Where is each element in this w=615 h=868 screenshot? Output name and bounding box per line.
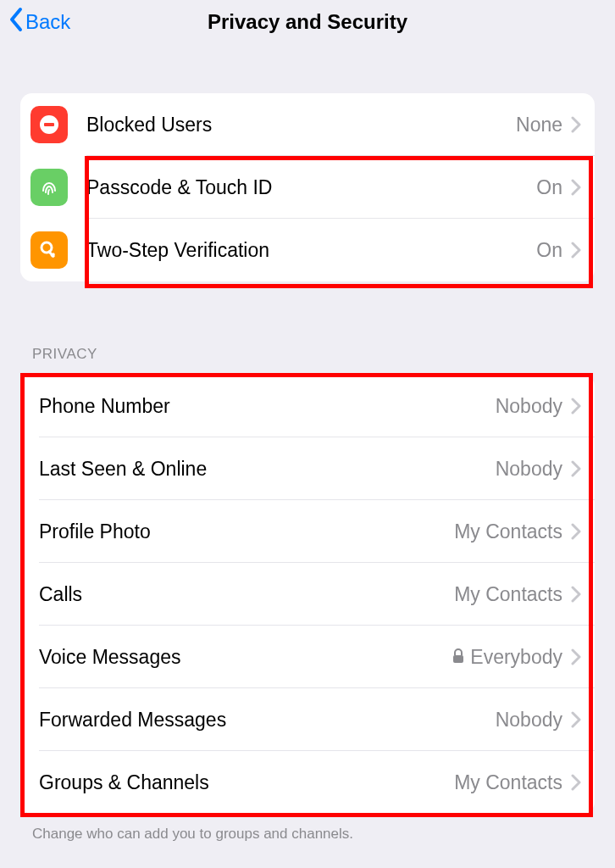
chevron-right-icon — [571, 398, 581, 415]
security-group: Blocked Users None Passcode & Touch ID O… — [0, 93, 615, 281]
chevron-left-icon — [8, 7, 25, 37]
last-seen-row[interactable]: Last Seen & Online Nobody — [20, 437, 595, 500]
voice-messages-label: Voice Messages — [39, 646, 452, 669]
chevron-right-icon — [571, 648, 581, 665]
passcode-value: On — [536, 176, 562, 199]
calls-row[interactable]: Calls My Contacts — [20, 563, 595, 626]
back-label: Back — [25, 10, 70, 34]
groups-channels-value: My Contacts — [454, 771, 562, 794]
voice-messages-value: Everybody — [452, 646, 562, 669]
chevron-right-icon — [571, 179, 581, 196]
twostep-row[interactable]: Two-Step Verification On — [20, 219, 595, 281]
svg-rect-5 — [453, 655, 463, 663]
phone-number-row[interactable]: Phone Number Nobody — [20, 375, 595, 437]
key-icon — [30, 231, 68, 269]
fingerprint-icon — [30, 169, 68, 206]
chevron-right-icon — [571, 774, 581, 791]
security-card: Blocked Users None Passcode & Touch ID O… — [20, 93, 595, 281]
blocked-users-value: None — [516, 114, 562, 136]
blocked-icon — [30, 106, 68, 143]
privacy-footer: Change who can add you to groups and cha… — [32, 826, 595, 843]
forwarded-messages-value: Nobody — [496, 709, 562, 732]
passcode-label: Passcode & Touch ID — [86, 176, 536, 199]
groups-channels-row[interactable]: Groups & Channels My Contacts — [20, 751, 595, 814]
chevron-right-icon — [571, 586, 581, 603]
last-seen-label: Last Seen & Online — [39, 458, 496, 481]
lock-icon — [452, 646, 465, 669]
back-button[interactable]: Back — [8, 7, 70, 37]
blocked-users-row[interactable]: Blocked Users None — [20, 93, 595, 156]
passcode-row[interactable]: Passcode & Touch ID On — [20, 156, 595, 219]
page-title: Privacy and Security — [12, 10, 603, 34]
twostep-value: On — [536, 239, 562, 262]
chevron-right-icon — [571, 523, 581, 540]
phone-number-value: Nobody — [496, 395, 562, 418]
svg-rect-1 — [44, 123, 54, 126]
twostep-label: Two-Step Verification — [86, 239, 536, 262]
chevron-right-icon — [571, 242, 581, 259]
chevron-right-icon — [571, 460, 581, 477]
voice-messages-row[interactable]: Voice Messages Everybody — [20, 626, 595, 688]
calls-label: Calls — [39, 583, 454, 606]
privacy-group: PRIVACY Phone Number Nobody Last Seen & … — [0, 346, 615, 843]
navbar: Back Privacy and Security — [0, 0, 615, 44]
forwarded-messages-row[interactable]: Forwarded Messages Nobody — [20, 688, 595, 751]
voice-messages-value-text: Everybody — [470, 646, 562, 669]
privacy-header: PRIVACY — [32, 346, 595, 363]
forwarded-messages-label: Forwarded Messages — [39, 709, 496, 732]
last-seen-value: Nobody — [496, 458, 562, 481]
profile-photo-row[interactable]: Profile Photo My Contacts — [20, 500, 595, 563]
blocked-users-label: Blocked Users — [86, 114, 516, 136]
chevron-right-icon — [571, 116, 581, 133]
profile-photo-value: My Contacts — [454, 520, 562, 543]
calls-value: My Contacts — [454, 583, 562, 606]
phone-number-label: Phone Number — [39, 395, 496, 418]
profile-photo-label: Profile Photo — [39, 520, 454, 543]
groups-channels-label: Groups & Channels — [39, 771, 454, 794]
chevron-right-icon — [571, 711, 581, 728]
privacy-card: Phone Number Nobody Last Seen & Online N… — [20, 375, 595, 814]
